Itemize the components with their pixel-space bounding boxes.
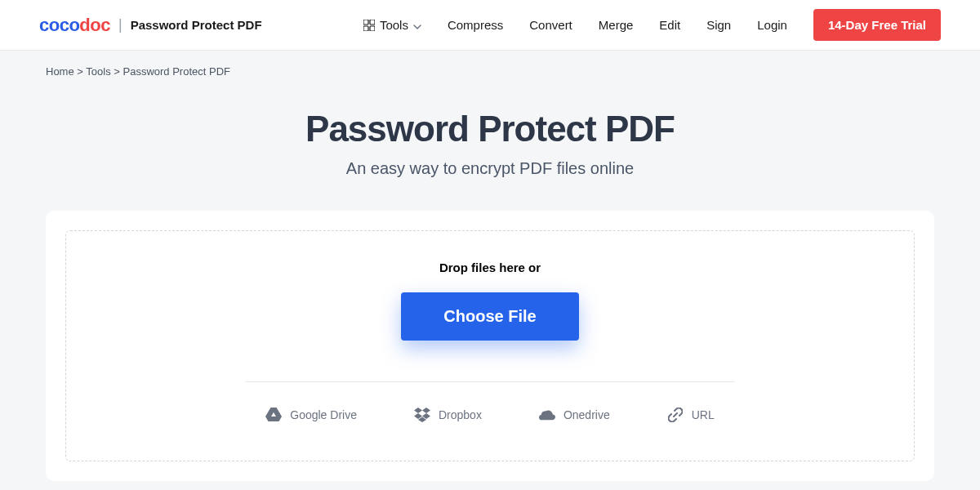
nav-edit[interactable]: Edit [659, 18, 680, 32]
provider-url[interactable]: URL [667, 407, 715, 423]
nav-login[interactable]: Login [757, 18, 787, 32]
svg-rect-3 [370, 26, 375, 31]
provider-label: URL [692, 408, 715, 421]
breadcrumb-separator: > [114, 65, 120, 78]
breadcrumb: Home > Tools > Password Protect PDF [0, 51, 980, 92]
nav-compress[interactable]: Compress [448, 18, 503, 32]
free-trial-button[interactable]: 14-Day Free Trial [813, 9, 941, 41]
dropbox-icon [414, 407, 430, 423]
grid-icon [363, 20, 375, 31]
dropzone[interactable]: Drop files here or Choose File Google Dr… [65, 230, 915, 461]
page-subtitle: An easy way to encrypt PDF files online [0, 159, 980, 178]
svg-rect-2 [363, 26, 368, 31]
divider [245, 381, 735, 382]
nav-tools-label: Tools [380, 18, 408, 32]
logo-text-coco: coco [39, 15, 79, 35]
header-page-name: Password Protect PDF [131, 18, 262, 32]
breadcrumb-home[interactable]: Home [46, 65, 74, 78]
link-icon [667, 407, 684, 423]
logo-divider: | [118, 16, 122, 33]
providers-row: Google Drive Dropbox Onedrive [99, 407, 881, 423]
provider-onedrive[interactable]: Onedrive [539, 407, 610, 423]
svg-rect-1 [370, 20, 375, 24]
logo-text-doc: doc [79, 15, 110, 35]
breadcrumb-tools[interactable]: Tools [86, 65, 110, 78]
chevron-down-icon [413, 18, 421, 32]
choose-file-button[interactable]: Choose File [401, 292, 578, 341]
nav-merge[interactable]: Merge [599, 18, 634, 32]
provider-label: Google Drive [290, 408, 357, 421]
provider-label: Dropbox [439, 408, 482, 421]
nav-tools[interactable]: Tools [363, 18, 421, 32]
nav-sign[interactable]: Sign [706, 18, 731, 32]
onedrive-icon [539, 407, 555, 423]
breadcrumb-separator: > [77, 65, 83, 78]
svg-rect-0 [363, 20, 368, 24]
logo-link[interactable]: cocodoc [39, 15, 110, 36]
hero-section: Password Protect PDF An easy way to encr… [0, 92, 980, 211]
main-header: cocodoc | Password Protect PDF Tools Com… [0, 0, 980, 51]
google-drive-icon [265, 407, 282, 423]
upload-card: Drop files here or Choose File Google Dr… [46, 211, 934, 481]
provider-google-drive[interactable]: Google Drive [265, 407, 357, 423]
breadcrumb-current: Password Protect PDF [123, 65, 231, 78]
nav-convert[interactable]: Convert [529, 18, 572, 32]
provider-label: Onedrive [564, 408, 610, 421]
drop-label: Drop files here or [99, 261, 881, 274]
provider-dropbox[interactable]: Dropbox [414, 407, 482, 423]
main-nav: Tools Compress Convert Merge Edit Sign L… [363, 9, 941, 41]
page-title: Password Protect PDF [0, 109, 980, 149]
logo-section: cocodoc | Password Protect PDF [39, 15, 262, 36]
